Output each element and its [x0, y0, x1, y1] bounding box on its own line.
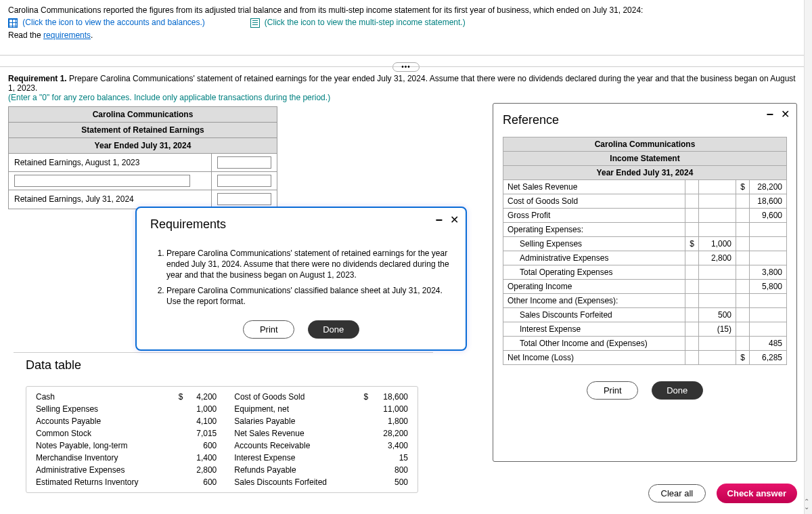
- input-line-amount[interactable]: [217, 175, 271, 187]
- inc-amount: 5,800: [750, 280, 787, 294]
- income-statement-table: Carolina Communications Income Statement…: [503, 137, 787, 365]
- inc-dollar: [685, 351, 699, 365]
- link-view-income-stmt[interactable]: (Click the icon to view the multi-step i…: [265, 18, 466, 27]
- doc-icon[interactable]: [250, 18, 260, 28]
- dt-value: 3,400: [371, 440, 411, 452]
- inc-dollar: [685, 209, 699, 223]
- dt-dollar: [175, 452, 185, 464]
- requirement-1-label: Requirement 1. Prepare Carolina Communic…: [8, 74, 796, 93]
- input-line-label[interactable]: [14, 175, 190, 187]
- inc-dollar: [685, 251, 699, 265]
- page-scrollbar[interactable]: [804, 0, 812, 514]
- inc-amount: [699, 351, 736, 365]
- inc-dollar: [736, 194, 750, 209]
- link-requirements[interactable]: requirements: [43, 30, 91, 40]
- minimize-icon[interactable]: −: [766, 108, 773, 122]
- dt-value: 800: [371, 464, 411, 476]
- inc-row-label: Selling Expenses: [503, 237, 685, 251]
- dt-value: 11,000: [371, 403, 411, 415]
- data-table: Cash$4,200Cost of Goods Sold$18,600Selli…: [26, 386, 418, 493]
- table-icon[interactable]: [8, 18, 18, 28]
- inc-amount: [699, 223, 736, 237]
- inc-amount: [699, 265, 736, 280]
- inc-amount: [750, 308, 787, 322]
- inc-amount: [750, 237, 787, 251]
- scroll-arrows-icon[interactable]: ⌃⌄: [804, 499, 809, 510]
- inc-row-label: Net Income (Loss): [503, 351, 685, 365]
- dt-value: 18,600: [371, 391, 411, 403]
- row-beg-re-label: Retained Earnings, August 1, 2023: [9, 153, 212, 171]
- inc-amount: 28,200: [750, 180, 787, 194]
- reference-title: Reference: [503, 113, 787, 127]
- inc-row-label: Total Other Income and (Expenses): [503, 337, 685, 351]
- dt-dollar: $: [175, 391, 185, 403]
- inc-dollar: [685, 265, 699, 280]
- done-button[interactable]: Done: [652, 381, 703, 400]
- dt-label: Cash: [33, 391, 175, 403]
- inc-dollar: [736, 322, 750, 337]
- inc-dollar: [685, 337, 699, 351]
- close-icon[interactable]: ✕: [450, 213, 459, 226]
- requirements-title: Requirements: [150, 217, 452, 232]
- dt-dollar: [360, 452, 371, 464]
- inc-amount: [699, 294, 736, 308]
- requirement-item-2: Prepare Carolina Communications' classif…: [166, 285, 452, 307]
- inc-amount: [699, 209, 736, 223]
- inc-amount: 500: [699, 308, 736, 322]
- dt-label: Common Stock: [33, 427, 175, 440]
- dt-dollar: [175, 427, 185, 440]
- requirements-list: Prepare Carolina Communications' stateme…: [154, 248, 452, 307]
- dt-label: Sales Discounts Forfeited: [231, 476, 360, 488]
- close-icon[interactable]: ✕: [781, 108, 790, 121]
- inc-row-label: Sales Discounts Forfeited: [503, 308, 685, 322]
- link-view-accounts[interactable]: (Click the icon to view the accounts and…: [22, 18, 204, 27]
- minimize-icon[interactable]: −: [435, 213, 443, 228]
- inc-dollar: [736, 209, 750, 223]
- clear-all-button[interactable]: Clear all: [648, 484, 706, 502]
- collapse-toggle[interactable]: •••: [392, 62, 420, 72]
- inc-stmt-period: Year Ended July 31, 2024: [503, 166, 787, 180]
- print-button[interactable]: Print: [243, 320, 294, 339]
- inc-row-label: Administrative Expenses: [503, 251, 685, 265]
- dt-dollar: [175, 464, 185, 476]
- stmt-header-company: Carolina Communications: [9, 106, 277, 122]
- inc-dollar: [736, 294, 750, 308]
- dt-dollar: [360, 440, 371, 452]
- dt-label: Notes Payable, long-term: [33, 440, 175, 452]
- inc-amount: (15): [699, 322, 736, 337]
- inc-amount: 2,800: [699, 251, 736, 265]
- inc-stmt-title: Income Statement: [503, 152, 787, 166]
- dt-label: Refunds Payable: [231, 464, 360, 476]
- dt-dollar: $: [360, 391, 371, 403]
- done-button[interactable]: Done: [308, 320, 359, 339]
- inc-dollar: [685, 308, 699, 322]
- dt-value: 600: [185, 476, 219, 488]
- input-end-re[interactable]: [217, 193, 271, 205]
- dt-value: 4,100: [185, 415, 219, 427]
- input-beg-re[interactable]: [217, 156, 271, 169]
- inc-amount: [750, 322, 787, 337]
- inc-row-label: Operating Income: [503, 280, 685, 294]
- inc-row-label: Operating Expenses:: [503, 223, 685, 237]
- dt-dollar: [175, 403, 185, 415]
- inc-amount: 18,600: [750, 194, 787, 209]
- inc-amount: [699, 280, 736, 294]
- dt-label: Merchandise Inventory: [33, 452, 175, 464]
- reference-panel: − ✕ Reference Carolina Communications In…: [493, 103, 797, 462]
- inc-dollar: [685, 223, 699, 237]
- inc-amount: [699, 180, 736, 194]
- requirements-modal: − ✕ Requirements Prepare Carolina Commun…: [135, 207, 467, 351]
- dt-value: 1,000: [185, 403, 219, 415]
- print-button[interactable]: Print: [587, 381, 638, 400]
- requirement-1-sub: (Enter a "0" for any zero balances. Incl…: [8, 93, 330, 102]
- inc-row-label: Other Income and (Expenses):: [503, 294, 685, 308]
- inc-dollar: [685, 180, 699, 194]
- inc-dollar: $: [736, 180, 750, 194]
- inc-dollar: [685, 294, 699, 308]
- dt-label: Selling Expenses: [33, 403, 175, 415]
- dt-label: Salaries Payable: [231, 415, 360, 427]
- check-answer-button[interactable]: Check answer: [717, 484, 797, 503]
- dt-dollar: [360, 464, 371, 476]
- inc-amount: [699, 194, 736, 209]
- inc-row-label: Gross Profit: [503, 209, 685, 223]
